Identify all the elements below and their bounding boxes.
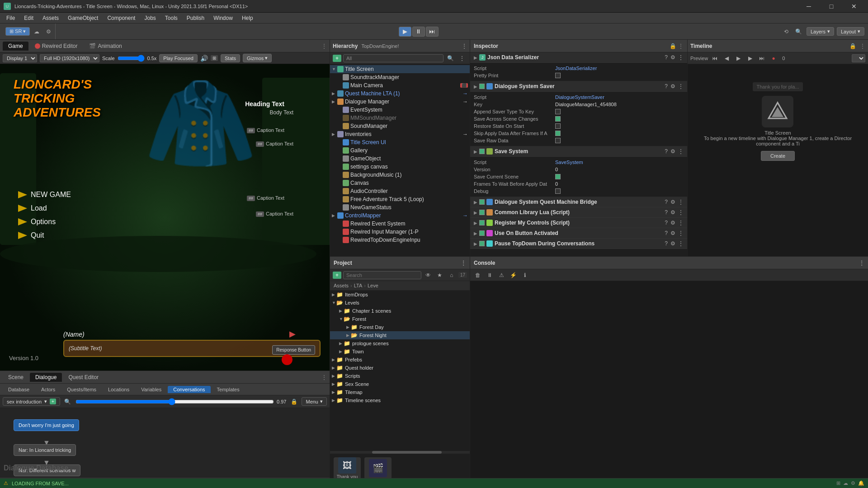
folder-forestnight[interactable]: ▶ 📂 Forest Night — [330, 331, 470, 339]
expand-icon[interactable]: ▶ — [474, 55, 477, 60]
menu-jobs[interactable]: Jobs — [140, 14, 160, 22]
menu-dropdown[interactable]: Menu ▾ — [302, 397, 327, 406]
conversation-selector[interactable]: sex introduction ▾ + — [3, 397, 60, 406]
status-icon3[interactable]: ⚙ — [851, 480, 855, 486]
dss-help-icon[interactable]: ? — [665, 83, 668, 89]
folder-scripts[interactable]: ▶ 📁 Scripts — [330, 372, 470, 380]
pause-button[interactable]: ⏸ — [412, 27, 425, 37]
pausetd-help-icon[interactable]: ? — [665, 240, 668, 247]
expand-icon[interactable]: ▶ — [332, 132, 337, 136]
dtab-actors[interactable]: Actors — [36, 386, 61, 393]
rc-more-icon[interactable]: ⋮ — [678, 220, 684, 226]
rc-checkbox[interactable] — [479, 220, 485, 225]
project-star-icon[interactable]: ★ — [435, 270, 445, 280]
expand-icon[interactable]: ▶ — [332, 91, 337, 96]
tree-item-rewiredinput[interactable]: Rewired Input Manager (1-P — [330, 228, 470, 236]
console-error-icon[interactable]: ⚠ — [496, 270, 506, 280]
tab-scene[interactable]: Scene — [3, 373, 29, 382]
mute-icon[interactable]: 🔊 — [200, 55, 208, 62]
tab-rewired[interactable]: Rewired Editor — [29, 42, 83, 51]
dsqmb-settings-icon[interactable]: ⚙ — [670, 199, 675, 205]
commonlua-help-icon[interactable]: ? — [665, 209, 668, 216]
folder-questholder[interactable]: ▶ 📁 Quest holder — [330, 364, 470, 372]
hierarchy-search-box[interactable]: All — [343, 54, 443, 62]
console-pause-button[interactable]: ⏸ — [485, 270, 495, 280]
debug-checkbox[interactable] — [555, 188, 561, 194]
sr-button[interactable]: ⊞ SR ▾ — [5, 27, 30, 36]
zoom-slider[interactable] — [75, 398, 274, 405]
tree-item-newgamestatus[interactable]: NewGameStatus — [330, 203, 470, 211]
savesys-settings-icon[interactable]: ⚙ — [670, 148, 675, 155]
rc-help-icon[interactable]: ? — [665, 220, 668, 226]
savesys-more-icon[interactable]: ⋮ — [678, 148, 684, 155]
add-node-button[interactable]: + — [50, 399, 56, 404]
menu-component[interactable]: Component — [103, 14, 140, 22]
save-current-scene-checkbox[interactable] — [555, 174, 561, 179]
folder-prefebs[interactable]: ▶ 📁 Prefebs — [330, 356, 470, 364]
tree-item-bgmusic[interactable]: BackgroundMusic (1) — [330, 171, 470, 179]
quit-menu[interactable]: Quit — [18, 231, 71, 239]
pausetd-checkbox[interactable] — [479, 241, 485, 246]
component-header-savesys[interactable]: ▶ Save System ? ⚙ ⋮ — [470, 146, 687, 157]
panel-more-icon[interactable]: ⋮ — [321, 43, 327, 49]
menu-tools[interactable]: Tools — [160, 14, 182, 22]
dss-more-icon[interactable]: ⋮ — [678, 83, 684, 89]
tree-item-soundmanager[interactable]: SoundManager — [330, 122, 470, 130]
dialogue-canvas[interactable]: Don't worry I'm just going ▼ Nar: In Lio… — [0, 408, 330, 488]
inspector-more-icon[interactable]: ⋮ — [678, 43, 684, 49]
dss-settings-icon[interactable]: ⚙ — [670, 83, 675, 89]
component-settings-icon[interactable]: ⚙ — [670, 54, 675, 61]
tab-quest-editor[interactable]: Quest Editor — [63, 373, 104, 382]
menu-file[interactable]: File — [2, 14, 19, 22]
hierarchy-add-button[interactable]: + — [333, 55, 341, 62]
component-more-icon[interactable]: ⋮ — [678, 54, 684, 61]
expand-icon[interactable]: ▶ — [474, 149, 477, 154]
search-button[interactable]: 🔍 — [794, 27, 804, 37]
expand-arrow-icon[interactable]: ▼ — [332, 67, 337, 71]
pretty-print-checkbox[interactable] — [555, 73, 561, 78]
lock-icon[interactable]: 🔒 — [289, 397, 299, 407]
display-select[interactable]: Display 1 — [3, 54, 37, 62]
tree-item-title-screen[interactable]: ▼ Title Screen — [330, 65, 470, 73]
component-header-registercontrols[interactable]: ▶ Register My Controls (Script) ? ⚙ ⋮ — [470, 218, 687, 228]
dsqmb-checkbox[interactable] — [479, 199, 485, 205]
folder-itemdrops[interactable]: ▶ 📁 ItemDrops — [330, 291, 470, 299]
play-focused-button[interactable]: Play Focused — [159, 54, 198, 62]
folder-levels[interactable]: ▼ 📂 Levels — [330, 299, 470, 307]
commonlua-more-icon[interactable]: ⋮ — [678, 209, 684, 216]
tab-animation[interactable]: 🎬 Animation — [84, 42, 127, 51]
tree-item-controlmapper[interactable]: ▶ ControlMapper → — [330, 211, 470, 220]
tree-item-mmsound[interactable]: MMSoundManager — [330, 114, 470, 122]
tree-item-rewiredeventsys[interactable]: Rewired Event System — [330, 220, 470, 228]
tab-game[interactable]: Game — [3, 42, 28, 51]
new-game-menu[interactable]: NEW GAME — [18, 191, 71, 199]
dtab-database[interactable]: Database — [3, 386, 35, 393]
script-json-value[interactable]: JsonDataSerializer — [555, 66, 684, 71]
timeline-create-button[interactable]: Create — [761, 151, 795, 161]
expand-icon[interactable]: ▶ — [474, 84, 477, 89]
layout-dropdown[interactable]: Layout ▾ — [837, 27, 864, 36]
append-saver-checkbox[interactable] — [555, 109, 561, 114]
commonlua-settings-icon[interactable]: ⚙ — [670, 209, 675, 216]
menu-edit[interactable]: Edit — [19, 14, 38, 22]
tree-item-rewiredtde[interactable]: RewiredTopDownEngineInpu — [330, 236, 470, 244]
console-warning-icon[interactable]: ⚡ — [508, 270, 518, 280]
folder-ch1[interactable]: ▶ 📁 Chapter 1 scenes — [330, 307, 470, 315]
menu-window[interactable]: Window — [209, 14, 237, 22]
console-more-icon[interactable]: ⋮ — [859, 260, 864, 266]
tabs-more-icon[interactable]: ⋮ — [321, 374, 327, 380]
folder-timeline-scenes[interactable]: ▶ 📁 Timeline scenes — [330, 396, 470, 404]
hierarchy-options-icon[interactable]: ⋮ — [457, 53, 467, 63]
status-icon4[interactable]: 🔔 — [858, 480, 864, 486]
project-add-button[interactable]: + — [333, 272, 341, 279]
status-icon2[interactable]: ☁ — [843, 480, 848, 486]
tree-item-titlescreenui[interactable]: Title Screen UI — [330, 138, 470, 146]
stats-button[interactable]: Stats — [221, 54, 240, 62]
timeline-back-button[interactable]: ◀ — [722, 53, 731, 63]
useonbtn-more-icon[interactable]: ⋮ — [678, 230, 684, 236]
pausetd-settings-icon[interactable]: ⚙ — [670, 240, 675, 247]
dtab-variables[interactable]: Variables — [136, 386, 167, 393]
folder-tilemap[interactable]: ▶ 📁 Tilemap — [330, 388, 470, 396]
pausetd-more-icon[interactable]: ⋮ — [678, 240, 684, 247]
timeline-play-button[interactable]: ▶ — [733, 53, 743, 63]
